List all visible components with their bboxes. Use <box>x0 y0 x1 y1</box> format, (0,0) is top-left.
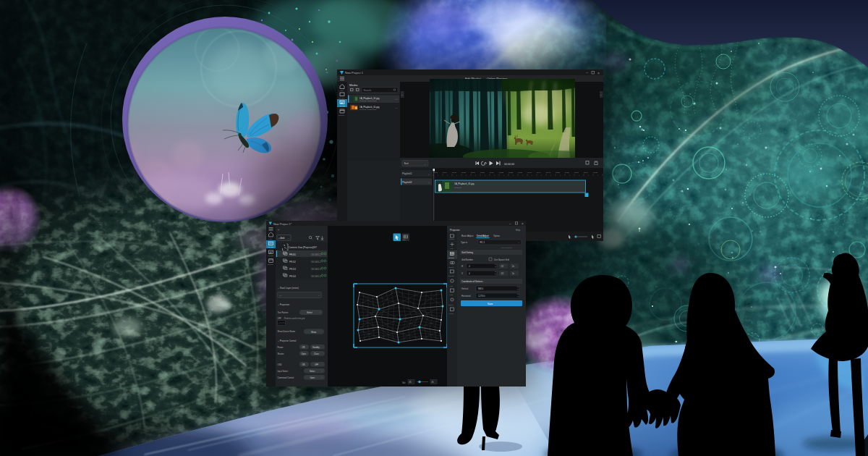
svg-text:Standby: Standby <box>312 346 320 349</box>
svg-text:1A_Playback_01.jpg: 1A_Playback_01.jpg <box>359 106 380 109</box>
svg-text:192.168.1.3: 192.168.1.3 <box>311 268 321 271</box>
svg-text:…: … <box>395 98 398 101</box>
svg-text:RemCtl: RemCtl <box>449 313 454 314</box>
svg-text:Home: Home <box>340 90 344 91</box>
svg-text:Playlist01: Playlist01 <box>402 172 412 175</box>
svg-text:Patterns used in the grid: Patterns used in the grid <box>284 317 305 320</box>
svg-text:1/2: 1/2 <box>501 265 504 268</box>
svg-text:Test Pattern: Test Pattern <box>278 311 289 314</box>
svg-text:OSD: OSD <box>278 363 282 366</box>
svg-text:On view: On view <box>339 97 345 98</box>
svg-text:1-2/4-3 (16:10): 1-2/4-3 (16:10) <box>501 247 512 248</box>
svg-text:Playlist02: Playlist02 <box>402 181 412 184</box>
svg-text:01:08: 01:08 <box>593 172 597 173</box>
svg-text:+ Add: + Add <box>278 237 284 240</box>
svg-text:00:32: 00:32 <box>509 172 513 173</box>
svg-text:Home: Home <box>268 238 273 240</box>
svg-text:Playlists: Playlists <box>340 105 345 106</box>
svg-text:00:24: 00:24 <box>490 172 494 173</box>
svg-text:—: — <box>279 294 281 297</box>
svg-text:PRJ04: PRJ04 <box>289 275 296 278</box>
svg-text:Grid Setting: Grid Setting <box>461 251 473 254</box>
svg-text:00:28: 00:28 <box>499 172 503 173</box>
svg-text:00:56: 00:56 <box>565 172 569 173</box>
svg-text:Coordinate of Vertices: Coordinate of Vertices <box>461 280 483 283</box>
svg-text:Basic Adjust: Basic Adjust <box>461 235 474 237</box>
svg-text:Schedule: Schedule <box>339 114 345 116</box>
svg-text:1/2: 1/2 <box>501 272 504 275</box>
svg-text:00:16: 00:16 <box>471 172 475 173</box>
svg-text:Grid: Grid <box>403 239 405 240</box>
svg-text:45: 45 <box>409 381 412 384</box>
svg-text:Blending: Blending <box>449 266 454 268</box>
svg-text:Lens: Lens <box>451 248 454 249</box>
svg-text:868.0: 868.0 <box>478 287 483 290</box>
svg-text:⌄: ⌄ <box>318 294 320 297</box>
svg-text:Geometry: Geometry <box>448 257 454 258</box>
svg-text:Projector: Projector <box>450 229 460 232</box>
svg-text:00:00:00: 00:00:00 <box>504 163 514 166</box>
svg-text:Image: Image <box>450 294 454 295</box>
svg-text:1A_Playback_01.jpg: 1A_Playback_01.jpg <box>359 97 380 100</box>
svg-text:Val:: Val: <box>402 381 406 384</box>
svg-text:Select: Select <box>307 311 312 314</box>
svg-text:×: × <box>597 71 600 75</box>
svg-text:ON: ON <box>302 346 305 349</box>
svg-text:–: – <box>428 181 430 184</box>
svg-text:Shutter: Shutter <box>278 352 284 355</box>
svg-text:–: – <box>586 70 588 75</box>
svg-text:›: › <box>322 370 323 373</box>
svg-text:PRJ01: PRJ01 <box>289 253 296 256</box>
svg-text:00:00:30 | 1920×1080: 00:00:30 | 1920×1080 <box>359 109 377 111</box>
svg-text:On view: On view <box>268 246 274 248</box>
svg-text:00:52: 00:52 <box>556 172 560 173</box>
svg-text:Power: Power <box>278 346 284 349</box>
svg-text:192.168.1.2: 192.168.1.2 <box>311 261 321 263</box>
svg-text:…: … <box>395 106 398 109</box>
svg-text:1,270.0: 1,270.0 <box>478 295 485 297</box>
svg-text:H: H <box>461 265 463 268</box>
svg-text:«: « <box>278 229 279 232</box>
svg-text:Open: Open <box>310 376 315 379</box>
svg-text:Dispatch: Dispatch <box>449 238 454 240</box>
svg-text:45: 45 <box>432 381 435 384</box>
svg-text:PRJ03: PRJ03 <box>289 268 296 271</box>
svg-text:00:44: 00:44 <box>537 172 541 173</box>
svg-text:Option: Option <box>493 235 500 237</box>
svg-text:Command Control: Command Control <box>278 376 294 379</box>
svg-text:00:04: 00:04 <box>443 172 447 173</box>
svg-text:New Project 1: New Project 1 <box>345 71 364 75</box>
svg-text:RC-1: RC-1 <box>480 241 485 244</box>
svg-text:1A_Playback_01.jpg: 1A_Playback_01.jpg <box>454 182 475 185</box>
svg-text:›: › <box>320 311 320 314</box>
svg-text:⌄ Projector Control: ⌄ Projector Control <box>278 339 297 342</box>
svg-text:Playlists: Playlists <box>268 255 273 256</box>
svg-text:00:20: 00:20 <box>480 172 485 173</box>
svg-text:00:00:30: 00:00:30 <box>454 187 461 189</box>
svg-text:Vertical: Vertical <box>461 287 469 290</box>
svg-text:Save: Save <box>488 303 493 305</box>
svg-text:Color: Color <box>450 285 454 287</box>
svg-text:Use Square Grid: Use Square Grid <box>494 258 509 261</box>
svg-text:⌄: ⌄ <box>424 163 426 166</box>
svg-text:Show: Show <box>311 331 317 334</box>
svg-text:ON: ON <box>302 363 305 366</box>
svg-text:V: V <box>461 272 463 275</box>
svg-text:00:08: 00:08 <box>452 172 456 173</box>
svg-text:00:00:30 | 1920×1080: 00:00:30 | 1920×1080 <box>359 100 377 102</box>
svg-text:Contents View [Projector]087: Contents View [Projector]087 <box>289 246 317 249</box>
svg-text:⌄: ⌄ <box>288 237 289 240</box>
svg-text:–: – <box>428 173 430 176</box>
svg-text:New Project 1*: New Project 1* <box>273 223 292 226</box>
svg-text:01:00: 01:00 <box>574 172 579 173</box>
svg-text:›: › <box>322 376 323 379</box>
svg-text:Show Device Name: Show Device Name <box>278 330 296 333</box>
svg-text:01:04: 01:04 <box>584 172 588 173</box>
svg-text:00:36: 00:36 <box>518 172 522 173</box>
svg-text:Search: Search <box>364 89 372 92</box>
svg-text:⌄ Stack Layer (entire): ⌄ Stack Layer (entire) <box>278 287 299 290</box>
svg-text:192.168.1.4: 192.168.1.4 <box>311 275 321 278</box>
svg-text:Input Select: Input Select <box>278 370 289 373</box>
svg-text:00:12: 00:12 <box>461 172 466 173</box>
svg-text:Grid Number: Grid Number <box>461 258 473 261</box>
